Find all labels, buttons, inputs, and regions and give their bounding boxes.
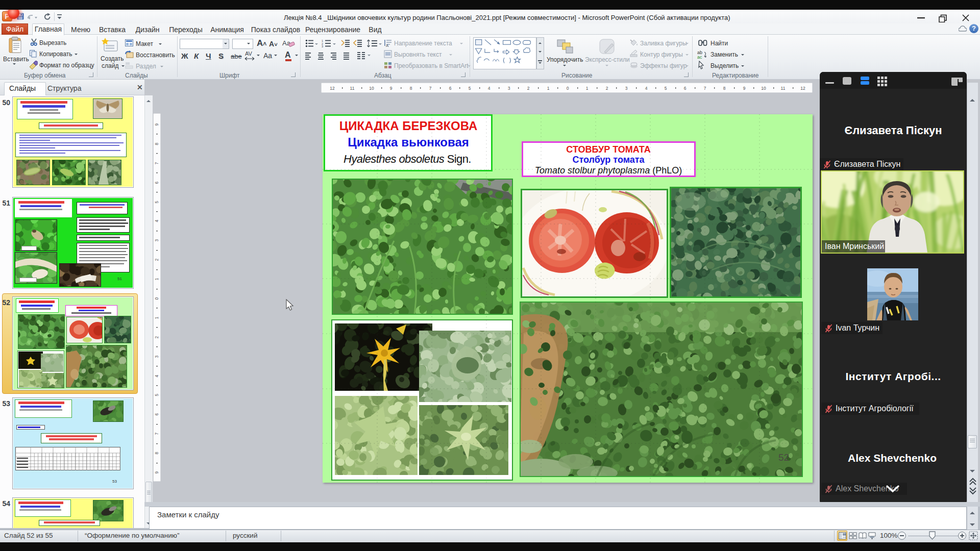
- svg-text:6: 6: [684, 86, 687, 91]
- svg-text:5: 5: [665, 86, 667, 91]
- svg-text:2: 2: [154, 336, 159, 338]
- svg-text:11: 11: [350, 86, 355, 91]
- svg-text:3: 3: [154, 355, 159, 358]
- svg-text:11: 11: [781, 86, 786, 91]
- svg-text:4: 4: [154, 374, 159, 377]
- svg-text:2: 2: [154, 258, 159, 261]
- svg-text:7: 7: [154, 162, 159, 164]
- svg-text:12: 12: [800, 86, 805, 91]
- svg-text:2: 2: [527, 86, 530, 91]
- svg-text:8: 8: [410, 86, 412, 91]
- svg-text:12: 12: [330, 86, 335, 91]
- svg-text:9: 9: [154, 471, 159, 473]
- svg-text:5: 5: [154, 201, 159, 203]
- svg-text:ac: ac: [697, 55, 702, 59]
- svg-text:6: 6: [154, 413, 159, 415]
- svg-text:5: 5: [154, 393, 159, 396]
- svg-text:9: 9: [154, 123, 159, 126]
- svg-text:7: 7: [704, 86, 706, 91]
- svg-text:3: 3: [625, 86, 628, 91]
- svg-text:7: 7: [429, 86, 432, 91]
- svg-text:2: 2: [606, 86, 608, 91]
- svg-text:4: 4: [488, 86, 491, 91]
- svg-text:4: 4: [154, 219, 159, 222]
- svg-text:3: 3: [508, 86, 510, 91]
- svg-text:8: 8: [723, 86, 726, 91]
- svg-text:4: 4: [645, 86, 648, 91]
- svg-text:1: 1: [154, 278, 159, 280]
- svg-text:9: 9: [390, 86, 393, 91]
- svg-text:5: 5: [469, 86, 471, 91]
- svg-text:10: 10: [761, 86, 766, 91]
- svg-text:0: 0: [154, 297, 159, 299]
- svg-text:6: 6: [154, 181, 159, 184]
- svg-text:1: 1: [586, 86, 589, 91]
- svg-text:1: 1: [547, 86, 550, 91]
- svg-text:8: 8: [154, 452, 159, 454]
- svg-text:7: 7: [154, 432, 159, 435]
- svg-text:6: 6: [449, 86, 452, 91]
- svg-text:3: 3: [322, 45, 323, 47]
- svg-text:3: 3: [154, 239, 159, 241]
- svg-text:0: 0: [567, 86, 569, 91]
- svg-text:10: 10: [369, 86, 374, 91]
- svg-text:A: A: [386, 43, 389, 47]
- svg-text:9: 9: [743, 86, 746, 91]
- svg-text:1: 1: [154, 316, 159, 319]
- svg-text:8: 8: [154, 142, 159, 145]
